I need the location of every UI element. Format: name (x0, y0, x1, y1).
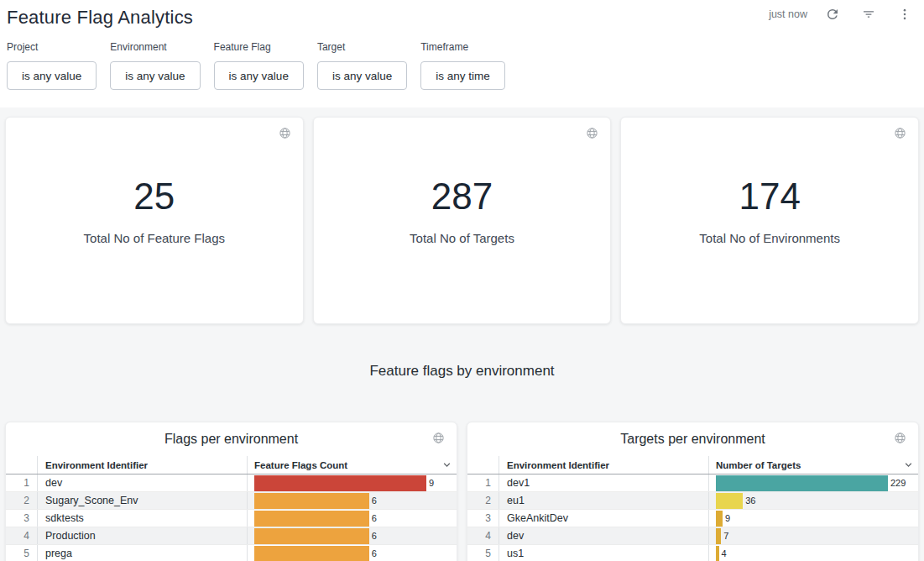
last-refreshed-text: just now (769, 8, 807, 20)
chart-title: Flags per environment (6, 422, 457, 456)
refresh-icon[interactable] (825, 7, 840, 22)
kpi-value: 25 (84, 178, 225, 215)
bar-cell[interactable]: 4 (708, 545, 918, 561)
table-row: 1 dev1 229 (467, 474, 918, 492)
table-row: 2 Sugary_Scone_Env 6 (6, 492, 457, 510)
bar[interactable] (254, 511, 369, 527)
bar[interactable] (716, 546, 719, 561)
section-title: Feature flags by environment (5, 363, 919, 380)
table-header-row: Environment Identifier Feature Flags Cou… (6, 456, 457, 474)
row-index: 1 (6, 474, 37, 491)
bar-cell[interactable]: 6 (247, 527, 457, 544)
bar-value: 6 (372, 531, 377, 541)
tile-content: 287 Total No of Targets (410, 178, 514, 245)
more-options-icon[interactable] (897, 7, 912, 22)
tile-content: 174 Total No of Environments (699, 178, 840, 245)
bar-value: 9 (429, 478, 434, 488)
charts-row: Flags per environment Environment Identi… (5, 422, 919, 561)
filter-feature-flag: Feature Flag is any value (214, 41, 304, 90)
environment-cell[interactable]: Production (37, 527, 247, 544)
bar-value: 7 (723, 531, 728, 541)
row-index: 4 (467, 527, 499, 544)
environment-cell[interactable]: prega (37, 545, 247, 561)
column-header-count[interactable]: Number of Targets (708, 456, 918, 474)
filter-project-button[interactable]: is any value (7, 61, 97, 90)
globe-icon[interactable] (432, 432, 445, 444)
globe-icon[interactable] (586, 127, 598, 139)
table-header-row: Environment Identifier Number of Targets (467, 456, 918, 474)
filter-environment-button[interactable]: is any value (110, 61, 200, 90)
environment-cell[interactable]: us1 (499, 545, 708, 561)
row-number-header (6, 456, 37, 474)
bar-cell[interactable]: 9 (708, 510, 918, 527)
table-row: 3 sdktests 6 (6, 510, 457, 527)
column-header-environment[interactable]: Environment Identifier (499, 456, 708, 474)
kpi-value: 287 (410, 178, 514, 215)
data-table: Environment Identifier Number of Targets… (467, 456, 918, 561)
column-header-label: Feature Flags Count (254, 460, 347, 470)
table-row: 3 GkeAnkitDev 9 (467, 510, 918, 527)
kpi-label: Total No of Feature Flags (84, 231, 225, 245)
environment-cell[interactable]: sdktests (37, 510, 247, 527)
bar[interactable] (716, 528, 721, 544)
filter-environment: Environment is any value (110, 41, 200, 90)
filter-project: Project is any value (7, 41, 97, 90)
environment-cell[interactable]: dev (37, 474, 247, 491)
filter-label: Feature Flag (214, 41, 304, 53)
bar-cell[interactable]: 6 (247, 545, 457, 561)
filter-timeframe-button[interactable]: is any time (420, 61, 505, 90)
bar-cell[interactable]: 6 (247, 492, 457, 509)
bar[interactable] (254, 475, 426, 491)
filter-target-button[interactable]: is any value (317, 61, 407, 90)
bar[interactable] (716, 493, 743, 509)
globe-icon[interactable] (894, 127, 906, 139)
row-index: 4 (6, 527, 37, 544)
row-index: 5 (467, 545, 499, 561)
globe-icon[interactable] (279, 127, 291, 139)
bar-cell[interactable]: 9 (247, 474, 457, 491)
bar-cell[interactable]: 7 (708, 527, 918, 544)
bar[interactable] (254, 528, 369, 544)
bar[interactable] (254, 493, 369, 509)
bar-value: 229 (890, 478, 906, 488)
header-controls: just now (769, 7, 912, 22)
table-row: 2 eu1 36 (467, 492, 918, 510)
bar-cell[interactable]: 6 (247, 510, 457, 527)
environment-cell[interactable]: dev (499, 527, 708, 544)
row-index: 3 (6, 510, 37, 527)
tile-content: 25 Total No of Feature Flags (84, 178, 225, 245)
table-row: 1 dev 9 (6, 474, 457, 492)
environment-cell[interactable]: dev1 (499, 474, 708, 491)
column-header-count[interactable]: Feature Flags Count (247, 456, 457, 474)
bar-value: 9 (725, 513, 730, 523)
filter-bar: Project is any value Environment is any … (7, 41, 917, 90)
row-index: 2 (467, 492, 499, 509)
filter-icon[interactable] (861, 7, 876, 22)
filter-label: Timeframe (420, 41, 505, 53)
bar[interactable] (254, 546, 369, 561)
environment-cell[interactable]: Sugary_Scone_Env (37, 492, 247, 509)
bar[interactable] (716, 511, 723, 527)
chart-targets-per-environment: Targets per environment Environment Iden… (467, 422, 919, 561)
environment-cell[interactable]: GkeAnkitDev (499, 510, 708, 527)
bar-cell[interactable]: 36 (708, 492, 918, 509)
filter-timeframe: Timeframe is any time (420, 41, 505, 90)
environment-cell[interactable]: eu1 (499, 492, 708, 509)
row-index: 1 (467, 474, 499, 491)
filter-label: Target (317, 41, 407, 53)
bar-value: 6 (372, 513, 377, 523)
filter-feature-flag-button[interactable]: is any value (214, 61, 304, 90)
table-row: 4 dev 7 (467, 527, 918, 545)
chevron-down-icon[interactable] (902, 459, 915, 471)
bar[interactable] (716, 475, 888, 491)
tile-total-targets: 287 Total No of Targets (313, 117, 612, 324)
column-header-environment[interactable]: Environment Identifier (37, 456, 247, 474)
chevron-down-icon[interactable] (441, 459, 453, 471)
row-number-header (467, 456, 499, 474)
bar-cell[interactable]: 229 (708, 474, 918, 491)
kpi-tiles-row: 25 Total No of Feature Flags 287 Total N… (5, 117, 919, 324)
globe-icon[interactable] (894, 432, 906, 444)
chart-title: Targets per environment (467, 422, 918, 456)
row-index: 2 (6, 492, 37, 509)
filter-target: Target is any value (317, 41, 407, 90)
